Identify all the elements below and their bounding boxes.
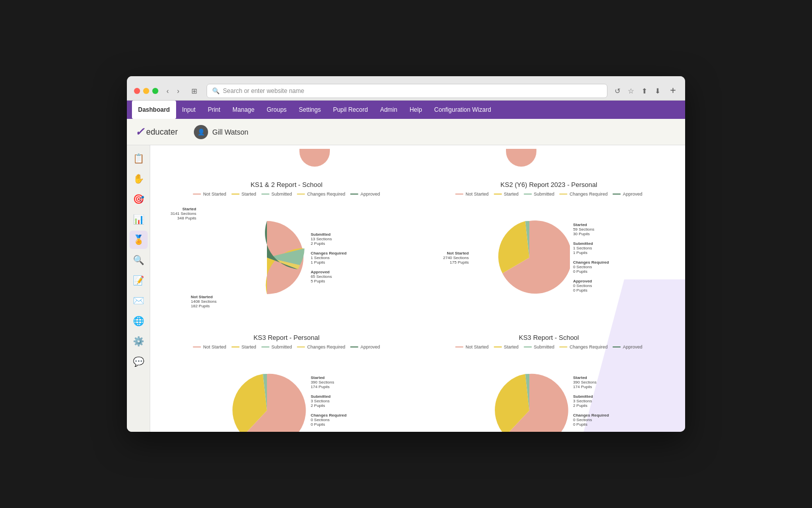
legend-dot-not-started [193,194,201,195]
sidebar-item-mail[interactable]: ✉️ [129,292,148,310]
sidebar-item-chart[interactable]: 📊 [129,210,148,229]
charts-grid: KS1 & 2 Report - School Not Started Star… [160,171,675,432]
reload-button[interactable]: ↺ [613,85,623,97]
sidebar-item-search-person[interactable]: 🔍 [129,251,148,269]
browser-actions: ↺ ☆ ⬆ ⬇ [613,85,663,97]
legend2-submitted: Submitted [524,192,555,197]
ks2-y6-chart-wrapper: Not Started 2740 Sections 175 Pupils [428,202,670,313]
chart-ks3-personal-title: KS3 Report - Personal [165,334,408,341]
download-button[interactable]: ⬇ [653,85,663,97]
legend-submitted: Submitted [261,192,292,197]
ks2-right-labels: Started 59 Sections 30 Pupils Submitted … [573,223,609,293]
ks2-approved-label: Approved 0 Sections 0 Pupils [573,279,609,293]
top-navigation: Dashboard Input Print Manage Groups Sett… [127,101,685,119]
browser-chrome: ‹ › ⊞ 🔍 Search or enter website name ↺ ☆… [127,76,685,101]
sidebar-item-badge[interactable]: 🏅 [129,231,148,249]
logo-text: educater [146,128,178,137]
sidebar-item-hand[interactable]: ✋ [129,170,148,188]
legend-changes: Changes Required [297,192,345,197]
chart-ks3-school-legend: Not Started Started Submitted [428,344,670,350]
legend-started: Started [231,192,256,197]
legend2-changes: Changes Required [559,192,607,197]
sidebar-item-support[interactable]: 💬 [129,353,148,371]
sidebar-item-clipboard[interactable]: 📋 [129,149,148,168]
sidebar-item-globe[interactable]: 🌐 [129,312,148,330]
top-partial-area [160,150,675,168]
nav-item-admin[interactable]: Admin [374,101,403,119]
user-name: Gill Watson [212,128,248,136]
main-content: 📋 ✋ 🎯 📊 🏅 🔍 📝 ✉️ 🌐 ⚙️ 💬 [127,145,685,432]
nav-item-pupil-record[interactable]: Pupil Record [327,101,374,119]
ks1-2-approved-label: Approved 65 Sections 5 Pupils [311,270,347,283]
app-container: Dashboard Input Print Manage Groups Sett… [127,101,685,432]
legend-dot-started [231,194,240,195]
avatar: 👤 [194,125,208,139]
user-info: 👤 Gill Watson [194,125,248,139]
ks1-2-school-right-labels: Submitted 13 Sections 2 Pupils Changes R… [311,232,347,283]
address-bar[interactable]: 🔍 Search or enter website name [207,84,607,98]
ks1-2-changes-label: Changes Required 1 Sections 1 Pupils [311,251,347,265]
traffic-lights [134,88,158,94]
ks3-personal-pie [226,370,308,432]
chart-ks3-school: KS3 Report - School Not Started Started [423,329,675,432]
ks1-2-submitted-label: Submitted 13 Sections 2 Pupils [311,232,347,246]
legend3-not-started: Not Started [193,344,226,350]
tab-icon-button[interactable]: ⊞ [187,85,201,97]
chart-ks2-y6-legend: Not Started Started Submitted [428,192,670,197]
chart-ks3-school-title: KS3 Report - School [428,334,670,341]
nav-item-manage[interactable]: Manage [226,101,260,119]
chart-ks1-2-school: KS1 & 2 Report - School Not Started Star… [160,176,413,319]
ks2-changes-label: Changes Required 0 Sections 0 Pupils [573,260,609,274]
chart-ks3-personal-legend: Not Started Started Submitted [165,344,408,350]
legend2-not-started: Not Started [455,192,489,197]
nav-item-groups[interactable]: Groups [260,101,292,119]
ks3s-submitted-label: Submitted 3 Sections 2 Pupils [573,394,609,408]
nav-item-print[interactable]: Print [201,101,226,119]
legend4-changes: Changes Required [559,344,607,350]
ks3p-submitted-label: Submitted 3 Sections 2 Pupils [311,394,347,408]
ks3-school-chart-wrapper: Not Started 2407 Sections [428,355,670,432]
ks3-personal-chart-wrapper: Not Started 2407 Sections [165,355,408,432]
bookmark-button[interactable]: ☆ [626,85,636,97]
sidebar-item-target[interactable]: 🎯 [129,190,148,208]
nav-item-help[interactable]: Help [403,101,428,119]
logo: ✓ educater [135,125,178,139]
legend2-started: Started [494,192,519,197]
legend-not-started: Not Started [193,192,226,197]
legend3-submitted: Submitted [261,344,292,350]
forward-button[interactable]: › [174,85,183,97]
search-icon: 🔍 [212,87,220,94]
chart-ks1-2-school-title: KS1 & 2 Report - School [165,181,408,188]
share-button[interactable]: ⬆ [639,85,650,97]
logo-checkmark: ✓ [135,125,144,139]
nav-item-dashboard[interactable]: Dashboard [132,101,176,119]
nav-item-config[interactable]: Configuration Wizard [428,101,497,119]
content-area: KS1 & 2 Report - School Not Started Star… [150,145,685,432]
legend-approved: Approved [350,192,380,197]
legend2-approved: Approved [613,192,642,197]
legend-dot-approved [350,194,358,195]
ks3p-changes-label: Changes Required 0 Sections 0 Pupils [311,413,347,427]
ks2-y6-pie [489,217,570,298]
chart-ks2-y6-personal: KS2 (Y6) Report 2023 - Personal Not Star… [423,176,675,319]
browser-window: ‹ › ⊞ 🔍 Search or enter website name ↺ ☆… [127,76,685,432]
nav-item-input[interactable]: Input [176,101,202,119]
minimize-button[interactable] [143,88,149,94]
ks1-2-school-chart-wrapper: Started 3141 Sections 348 Pupils [165,202,408,313]
legend-dot-submitted [261,194,269,195]
legend4-submitted: Submitted [524,344,555,350]
nav-item-settings[interactable]: Settings [293,101,327,119]
sidebar-item-gear[interactable]: ⚙️ [129,332,148,351]
maximize-button[interactable] [152,88,158,94]
legend-dot-changes [297,194,305,195]
back-button[interactable]: ‹ [163,85,172,97]
ks2-submitted-label: Submitted 1 Sections 1 Pupils [573,241,609,255]
legend3-started: Started [231,344,256,350]
ks3p-started-label: Started 390 Sections 174 Pupils [311,375,347,389]
new-tab-button[interactable]: + [668,85,678,97]
sidebar-item-report[interactable]: 📝 [129,271,148,290]
ks1-2-school-started-label: Started 3141 Sections 348 Pupils [171,207,196,220]
address-text: Search or enter website name [223,87,304,94]
legend4-not-started: Not Started [455,344,489,350]
close-button[interactable] [134,88,140,94]
